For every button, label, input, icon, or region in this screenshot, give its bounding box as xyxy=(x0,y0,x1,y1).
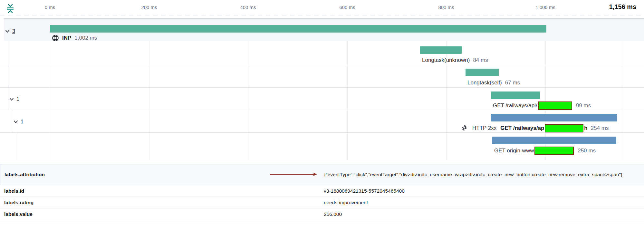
redacted-text-box xyxy=(538,101,572,110)
child-count-badge[interactable]: 3 xyxy=(12,28,15,34)
row-label-name: Longtask(self) xyxy=(467,80,502,86)
waterfall-row-GET /railways/ap: HTTP 2xxGET /railways/aph254 ms xyxy=(0,110,644,133)
trace-waterfall: INP1,002 msLongtask(unknown)84 msLongtas… xyxy=(0,18,644,160)
metadata-row-labels.value: labels.value256.000 xyxy=(0,208,644,220)
duration-bar[interactable] xyxy=(491,91,540,99)
metadata-value: v3-1680069421315-5572045465400 xyxy=(324,187,643,195)
metadata-table: labels.attribution{"eventType":"click","… xyxy=(0,164,644,220)
metadata-value: {"eventType":"click","eventTarget":"div>… xyxy=(324,170,643,179)
row-duration: 250 ms xyxy=(578,148,596,154)
accordion-toggle[interactable]: 3 xyxy=(5,28,15,34)
metadata-value: needs-improvement xyxy=(324,198,643,207)
row-label[interactable]: GET origin-www250 ms xyxy=(494,146,596,155)
metadata-row-labels.id: labels.idv3-1680069421315-5572045465400 xyxy=(0,185,644,197)
fold-timeline-icon xyxy=(5,3,15,14)
row-label[interactable]: Longtask(self)67 ms xyxy=(467,78,520,87)
child-count-badge[interactable]: 1 xyxy=(21,119,24,125)
ruler-tick-1000: 1,000 ms xyxy=(535,5,555,10)
row-label[interactable]: Longtask(unknown)84 ms xyxy=(422,56,488,65)
ruler-tick-600: 600 ms xyxy=(339,5,355,10)
row-duration: 254 ms xyxy=(591,125,609,131)
row-label-name: Longtask(unknown) xyxy=(422,57,470,63)
accordion-toggle[interactable]: 1 xyxy=(9,96,19,102)
metadata-row-labels.attribution: labels.attribution{"eventType":"click","… xyxy=(0,164,644,185)
metadata-row-labels.rating: labels.ratingneeds-improvement xyxy=(0,197,644,208)
row-label-suffix: h xyxy=(584,125,587,131)
collapse-all-button[interactable] xyxy=(5,3,15,14)
page-bottom-divider xyxy=(0,224,644,224)
chevron-down-icon xyxy=(13,119,19,125)
metadata-key: labels.rating xyxy=(0,200,324,206)
row-duration: 1,002 ms xyxy=(74,35,97,41)
ruler-tick-0: 0 ms xyxy=(45,5,55,10)
metadata-value: 256.000 xyxy=(324,210,643,218)
chevron-down-icon xyxy=(5,28,10,34)
row-label-name: GET /railways/ap xyxy=(500,125,544,131)
row-label-name: GET /railways/api/ xyxy=(493,102,537,109)
metadata-key: labels.value xyxy=(0,211,324,217)
row-duration: 84 ms xyxy=(473,57,488,63)
metadata-key: labels.id xyxy=(0,188,324,194)
ruler-tick-200: 200 ms xyxy=(141,5,157,10)
waterfall-row-GET /railways/api/: GET /railways/api/99 ms xyxy=(0,88,644,110)
duration-bar[interactable] xyxy=(466,69,499,76)
duration-bar[interactable] xyxy=(50,25,546,33)
redacted-text-box xyxy=(545,124,583,132)
waterfall-row-GET origin-www: GET origin-www250 ms xyxy=(0,133,644,160)
span-link-icon xyxy=(461,125,468,132)
row-divider xyxy=(0,160,644,160)
trace-total-duration: 1,156 ms xyxy=(609,3,637,11)
duration-bar[interactable] xyxy=(491,114,617,121)
apm-trace-waterfall-screen: 0 ms200 ms400 ms600 ms800 ms1,000 ms 1,1… xyxy=(0,0,644,231)
child-count-badge[interactable]: 1 xyxy=(16,96,19,102)
row-label-name: GET origin-www xyxy=(494,148,534,154)
annotation-arrow-icon xyxy=(269,172,318,177)
row-label[interactable]: HTTP 2xxGET /railways/aph254 ms xyxy=(461,124,609,133)
waterfall-row-INP: INP1,002 ms xyxy=(0,18,644,41)
redacted-text-box xyxy=(534,147,574,155)
duration-bar[interactable] xyxy=(492,137,616,144)
row-label-prefix: HTTP 2xx xyxy=(472,125,496,131)
ruler-minor-ticks xyxy=(0,15,644,15)
row-label-name: INP xyxy=(62,35,71,41)
ruler-tick-400: 400 ms xyxy=(240,5,256,10)
duration-bar[interactable] xyxy=(420,46,462,54)
globe-icon xyxy=(52,34,59,42)
row-duration: 99 ms xyxy=(576,102,591,109)
row-label[interactable]: GET /railways/api/99 ms xyxy=(493,101,591,110)
timeline-ruler: 0 ms200 ms400 ms600 ms800 ms1,000 ms 1,1… xyxy=(0,0,644,18)
chevron-down-icon xyxy=(9,96,14,102)
ruler-tick-800: 800 ms xyxy=(438,5,454,10)
row-duration: 67 ms xyxy=(505,80,520,86)
waterfall-row-Longtask(self): Longtask(self)67 ms xyxy=(0,65,644,88)
waterfall-row-Longtask(unknown): Longtask(unknown)84 ms xyxy=(0,41,644,65)
accordion-toggle[interactable]: 1 xyxy=(13,119,24,125)
